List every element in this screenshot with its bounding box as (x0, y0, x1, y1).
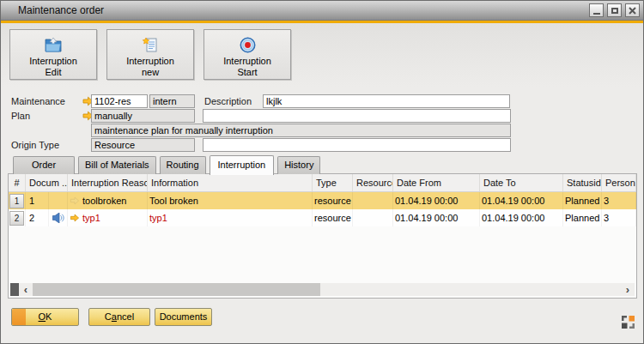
cell-icon (49, 209, 68, 226)
header-num[interactable]: # (9, 174, 26, 191)
header-date-to[interactable]: Date To (480, 174, 563, 191)
maintenance-label: Maintenance (11, 94, 65, 108)
cell-reason[interactable]: toolbroken (68, 192, 148, 209)
title-bar[interactable]: Maintenance order (1, 1, 643, 21)
cell-information[interactable]: Tool broken (148, 192, 313, 209)
cell-statusid[interactable]: Planned (563, 209, 602, 226)
origin-extra-input[interactable] (203, 138, 511, 152)
label-line1: Interruption (223, 56, 271, 67)
tab-strip: Order Bill of Materials Routing Interrup… (13, 155, 324, 174)
plan-note-field: maintenance plan for manually interrupti… (91, 124, 511, 137)
minimize-button[interactable] (589, 3, 604, 17)
row-header-cell[interactable]: 2 (9, 209, 26, 226)
maintenance-order-dialog: Maintenance order Interruption Edit (0, 0, 644, 344)
ok-button-label: OK (39, 311, 52, 322)
description-label: Description (204, 94, 252, 108)
header-reason[interactable]: Interruption Reaso (68, 174, 148, 191)
label-line2: Start (223, 67, 271, 78)
cell-statusid[interactable]: Planned (563, 192, 602, 209)
cell-type[interactable]: resource (313, 192, 353, 209)
row-number[interactable]: 2 (9, 211, 24, 226)
cell-personnel[interactable]: 3 (602, 209, 636, 226)
row-number[interactable]: 1 (9, 194, 24, 208)
cell-date-from[interactable]: 01.04.19 00:00 (393, 209, 480, 226)
origin-type-field: Resource (91, 138, 195, 152)
label-line1: Interruption (29, 56, 77, 67)
window-title: Maintenance order (18, 4, 104, 16)
close-icon (629, 7, 636, 15)
table-row[interactable]: 1 1 toolbroken Tool broken resource 01.0… (9, 192, 636, 209)
toolbar-button-label: Interruption Edit (29, 56, 77, 78)
plan-label: Plan (11, 109, 30, 123)
cell-date-from[interactable]: 01.04.19 00:00 (393, 192, 480, 209)
header-resource[interactable]: Resource (353, 174, 393, 191)
cell-date-to[interactable]: 01.04.19 00:00 (480, 209, 563, 226)
table-row[interactable]: 2 2 typ1 typ1 resource 01.04.19 00:00 01… (9, 209, 636, 226)
label-line2: new (126, 67, 174, 78)
horizontal-scrollbar[interactable]: ‹ › (10, 283, 635, 296)
description-input[interactable] (263, 94, 510, 108)
cell-type[interactable]: resource (313, 209, 353, 226)
scrollbar-track[interactable] (320, 283, 621, 296)
interruption-new-button[interactable]: Interruption new (106, 29, 194, 80)
default-button-marker (12, 309, 26, 325)
scroll-left-button[interactable]: ‹ (19, 283, 33, 296)
close-button[interactable] (625, 3, 640, 17)
cancel-button[interactable]: Cancel (88, 308, 150, 326)
interruption-table: # Docum ... Interruption Reaso Informati… (8, 173, 637, 299)
interruption-edit-button[interactable]: Interruption Edit (9, 29, 97, 80)
documents-button[interactable]: Documents (155, 308, 212, 326)
origin-type-label: Origin Type (11, 138, 59, 152)
minimize-icon (593, 13, 600, 15)
cell-icon (49, 192, 68, 209)
cell-date-to[interactable]: 01.04.19 00:00 (480, 192, 563, 209)
tab-interruption[interactable]: Interruption (210, 155, 275, 175)
toolbar (1, 23, 643, 87)
cancel-button-label: Cancel (105, 311, 134, 322)
toolbar-button-label: Interruption new (126, 56, 174, 78)
maintenance-type-field: intern (149, 94, 195, 108)
tab-routing[interactable]: Routing (160, 156, 206, 174)
header-type[interactable]: Type (313, 174, 353, 191)
tab-bill-of-materials[interactable]: Bill of Materials (78, 156, 156, 174)
cell-resource[interactable] (353, 192, 393, 209)
scrollbar-thumb[interactable] (33, 283, 320, 296)
interruption-start-button[interactable]: Interruption Start (204, 29, 291, 80)
cell-docum[interactable]: 2 (26, 209, 49, 226)
label-line2: Edit (29, 67, 77, 78)
new-document-icon (142, 35, 159, 54)
documents-button-label: Documents (160, 311, 208, 322)
maintenance-code-input[interactable] (91, 94, 148, 108)
reason-text: typ1 (82, 209, 100, 226)
header-personnel[interactable]: Personn (602, 174, 636, 191)
plan-value-field: manually (91, 109, 195, 123)
header-information[interactable]: Information (148, 174, 313, 191)
label-line1: Interruption (126, 56, 174, 67)
table-header-row: # Docum ... Interruption Reaso Informati… (9, 174, 636, 192)
folder-upload-icon (44, 35, 63, 54)
reason-text: toolbroken (82, 192, 126, 209)
maximize-button[interactable] (607, 3, 622, 17)
header-docum[interactable]: Docum ... (26, 174, 68, 191)
tab-history[interactable]: History (277, 156, 320, 174)
ok-button[interactable]: OK (11, 308, 79, 326)
cell-information[interactable]: typ1 (148, 209, 313, 226)
link-arrow-icon[interactable] (70, 214, 80, 222)
row-header-cell[interactable]: 1 (9, 192, 26, 209)
record-start-icon (240, 35, 256, 54)
maximize-icon (611, 8, 618, 14)
resize-grip-icon[interactable] (621, 315, 635, 329)
announcement-speaker-icon[interactable] (52, 213, 65, 223)
cell-reason[interactable]: typ1 (68, 209, 148, 226)
header-date-from[interactable]: Date From (393, 174, 480, 191)
tab-order[interactable]: Order (13, 156, 75, 174)
cell-personnel[interactable]: 3 (602, 192, 636, 209)
toolbar-button-label: Interruption Start (223, 56, 271, 78)
link-arrow-icon[interactable] (70, 196, 80, 205)
scrollbar-corner-block (10, 283, 19, 296)
scroll-right-button[interactable]: › (621, 283, 635, 296)
cell-resource[interactable] (353, 209, 393, 226)
cell-docum[interactable]: 1 (26, 192, 49, 209)
plan-extra-input[interactable] (203, 109, 511, 123)
header-statusid[interactable]: Statusid (563, 174, 602, 191)
